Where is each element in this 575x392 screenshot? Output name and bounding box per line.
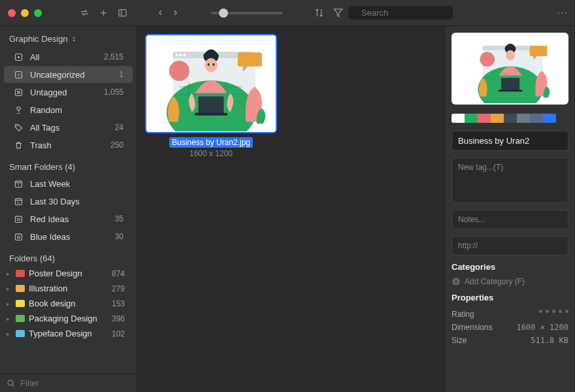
close-window[interactable] bbox=[8, 9, 16, 17]
color-swatch[interactable] bbox=[465, 114, 478, 123]
color-swatch[interactable] bbox=[530, 114, 543, 123]
inspector-preview[interactable] bbox=[452, 33, 568, 105]
chevron-right-icon[interactable]: ▸ bbox=[7, 316, 12, 322]
smart-folders-header[interactable]: Smart Folders (4) bbox=[0, 154, 137, 174]
svg-text:7: 7 bbox=[18, 183, 20, 187]
color-swatch[interactable] bbox=[478, 114, 491, 123]
sidebar-item-random[interactable]: Random bbox=[4, 101, 133, 118]
chevron-updown-icon bbox=[71, 36, 77, 42]
zoom-window[interactable] bbox=[34, 9, 42, 17]
untag-icon bbox=[13, 87, 24, 97]
prop-rating: Rating bbox=[452, 308, 568, 321]
svg-point-26 bbox=[17, 236, 20, 238]
properties-label: Properties bbox=[452, 293, 568, 302]
grid-item[interactable]: Business by Uran2.jpg 1600 x 1200 bbox=[145, 34, 277, 158]
color-swatch[interactable] bbox=[517, 114, 530, 123]
svg-marker-2 bbox=[334, 9, 342, 16]
svg-point-15 bbox=[17, 106, 20, 110]
thumbnail[interactable] bbox=[145, 34, 277, 133]
nav-arrows bbox=[156, 8, 180, 17]
color-swatch[interactable] bbox=[504, 114, 517, 123]
cal31-icon: 31 bbox=[13, 196, 24, 206]
svg-rect-50 bbox=[195, 113, 228, 116]
transfer-icon[interactable] bbox=[80, 8, 90, 18]
inspector-panel: New tag...(T) Notes... http:// Categorie… bbox=[444, 26, 575, 392]
smart-folder-last-week[interactable]: 7Last Week bbox=[4, 175, 133, 192]
forward-icon[interactable] bbox=[171, 8, 180, 17]
sidebar-item-all-tags[interactable]: All Tags24 bbox=[4, 119, 133, 136]
prop-size: Size 511.8 KB bbox=[452, 334, 568, 347]
zoom-slider[interactable] bbox=[211, 12, 283, 14]
chevron-right-icon[interactable]: ▸ bbox=[7, 301, 12, 307]
svg-text:31: 31 bbox=[17, 201, 20, 204]
traffic-lights bbox=[8, 9, 42, 17]
search-box[interactable] bbox=[348, 6, 453, 20]
svg-rect-56 bbox=[529, 46, 547, 56]
sidebar-item-untagged[interactable]: Untagged1,055 bbox=[4, 84, 133, 101]
all-icon bbox=[13, 52, 24, 62]
folder-typeface-design[interactable]: ▸Typeface Design102 bbox=[0, 326, 137, 341]
content-grid[interactable]: Business by Uran2.jpg 1600 x 1200 bbox=[137, 26, 444, 392]
illustration-preview bbox=[453, 34, 568, 103]
titlebar: ⋯ bbox=[0, 0, 575, 26]
chevron-right-icon[interactable]: ▸ bbox=[7, 286, 12, 292]
add-category-button[interactable]: Add Category (F) bbox=[452, 277, 568, 286]
folders-header[interactable]: Folders (64) bbox=[0, 246, 137, 266]
sidebar-filter[interactable] bbox=[0, 374, 137, 392]
zoom-thumb[interactable] bbox=[219, 8, 228, 18]
svg-rect-23 bbox=[15, 216, 22, 222]
folder-book-design[interactable]: ▸Book design153 bbox=[0, 296, 137, 311]
svg-point-55 bbox=[480, 52, 495, 67]
svg-marker-6 bbox=[73, 37, 75, 38]
svg-rect-25 bbox=[15, 234, 22, 240]
chevron-right-icon[interactable]: ▸ bbox=[7, 331, 12, 337]
back-icon[interactable] bbox=[156, 8, 165, 17]
sort-icon[interactable] bbox=[314, 8, 324, 18]
svg-rect-59 bbox=[501, 78, 519, 91]
smart-folder-last-30-days[interactable]: 31Last 30 Days bbox=[4, 193, 133, 210]
folder-illustration[interactable]: ▸Illustration279 bbox=[0, 281, 137, 296]
search-input[interactable] bbox=[361, 8, 471, 18]
svg-rect-60 bbox=[498, 90, 522, 92]
folder-poster-design[interactable]: ▸Poster Design874 bbox=[0, 266, 137, 281]
library-switcher[interactable]: Graphic Design bbox=[0, 30, 137, 48]
svg-point-16 bbox=[16, 125, 18, 127]
svg-rect-0 bbox=[119, 10, 126, 16]
grid-item-name[interactable]: Business by Uran2.jpg bbox=[169, 137, 253, 148]
minimize-window[interactable] bbox=[21, 9, 29, 17]
grid-item-dimensions: 1600 x 1200 bbox=[189, 149, 233, 158]
smart-folder-blue-ideas[interactable]: Blue Ideas30 bbox=[4, 228, 133, 245]
svg-point-46 bbox=[205, 58, 217, 72]
sidebar-item-all[interactable]: All2,515 bbox=[4, 48, 133, 65]
sidebar-filter-input[interactable] bbox=[20, 378, 130, 388]
folder-icon bbox=[16, 315, 25, 322]
sidebar-item-trash[interactable]: Trash250 bbox=[4, 137, 133, 154]
more-icon[interactable]: ⋯ bbox=[557, 7, 567, 19]
color-swatch[interactable] bbox=[491, 114, 504, 123]
svg-text:?: ? bbox=[17, 73, 20, 77]
color-swatch[interactable] bbox=[452, 114, 465, 123]
svg-point-47 bbox=[208, 63, 210, 66]
color-swatch[interactable] bbox=[543, 114, 556, 123]
url-input[interactable]: http:// bbox=[452, 236, 568, 255]
svg-rect-49 bbox=[199, 96, 224, 114]
idea-icon bbox=[13, 214, 24, 224]
tags-input[interactable]: New tag...(T) bbox=[452, 157, 568, 203]
prop-dimensions: Dimensions 1600 × 1200 bbox=[452, 321, 568, 334]
filter-icon[interactable] bbox=[333, 8, 343, 18]
notes-input[interactable]: Notes... bbox=[452, 210, 568, 229]
smart-folder-red-ideas[interactable]: Red Ideas35 bbox=[4, 210, 133, 227]
rating-dots[interactable] bbox=[539, 310, 568, 319]
svg-point-9 bbox=[17, 56, 19, 57]
svg-point-48 bbox=[212, 63, 214, 66]
sidebar-item-uncategorized[interactable]: ?Uncategorized1 bbox=[4, 66, 133, 83]
svg-rect-44 bbox=[238, 52, 262, 66]
svg-line-28 bbox=[12, 385, 14, 387]
chevron-right-icon[interactable]: ▸ bbox=[7, 270, 12, 277]
plus-icon[interactable] bbox=[99, 8, 108, 18]
svg-point-33 bbox=[179, 54, 182, 56]
name-input[interactable] bbox=[452, 131, 568, 151]
sidebar-toggle-icon[interactable] bbox=[118, 8, 127, 18]
folder-packaging-design[interactable]: ▸Packaging Design396 bbox=[0, 311, 137, 326]
svg-point-24 bbox=[17, 218, 20, 221]
